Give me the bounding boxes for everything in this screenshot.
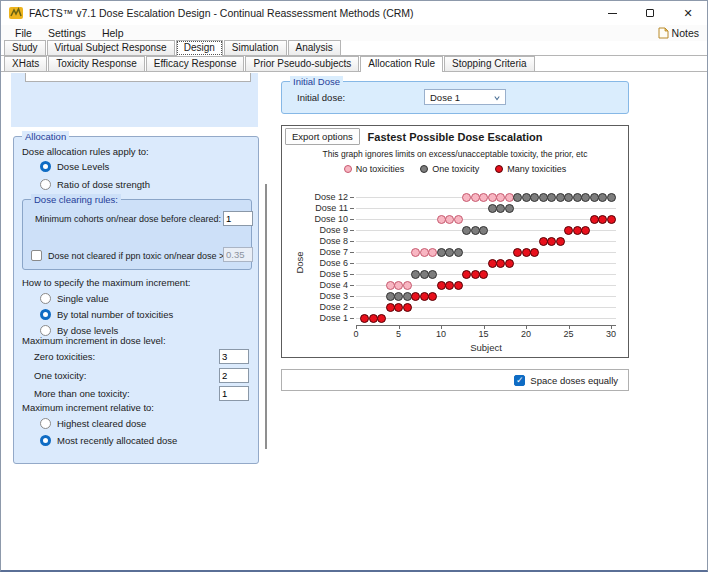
data-point-many-toxicities <box>607 215 616 224</box>
y-tick-label-dose-12: Dose 12 <box>292 192 348 203</box>
chevron-down-icon <box>494 95 500 101</box>
tab-stopping-criteria[interactable]: Stopping Criteria <box>444 56 534 71</box>
x-axis-line <box>356 325 616 326</box>
close-icon: ✕ <box>683 8 692 19</box>
increment-spec-row: By total number of toxicities <box>40 308 173 321</box>
data-point-one-toxicity <box>411 270 420 279</box>
gridline-dose-6 <box>356 263 616 264</box>
data-point-many-toxicities <box>428 292 437 301</box>
data-point-many-toxicities <box>454 281 463 290</box>
notes-button[interactable]: Notes <box>658 25 699 41</box>
data-point-one-toxicity <box>513 193 522 202</box>
gridline-dose-10 <box>356 219 616 220</box>
space-doses-checkbox[interactable]: ✓ <box>514 375 525 386</box>
notes-label: Notes <box>672 27 699 39</box>
y-tick-label-dose-10: Dose 10 <box>292 214 348 225</box>
data-point-one-toxicity <box>598 193 607 202</box>
data-point-many-toxicities <box>581 226 590 235</box>
app-window: FACTS™ v7.1 Dose Escalation Design - Con… <box>0 0 708 572</box>
tab-toxicity-response[interactable]: Toxicity Response <box>48 56 145 71</box>
tab-simulation[interactable]: Simulation <box>224 40 287 55</box>
data-point-many-toxicities <box>445 281 454 290</box>
apply-to-label: Dose allocation rules apply to: <box>22 145 149 158</box>
scrolled-group-remnant <box>11 73 258 127</box>
tab-allocation-rule[interactable]: Allocation Rule <box>360 56 443 72</box>
apply-to-radio-dose-levels[interactable] <box>40 161 51 172</box>
dose-escalation-chart-panel: Export options Fastest Possible Dose Esc… <box>281 125 629 358</box>
field-input-more-than-one-toxicity[interactable] <box>219 386 249 401</box>
data-point-one-toxicity <box>581 193 590 202</box>
min-cohorts-input[interactable] <box>223 211 253 226</box>
field-input-one-toxicity[interactable] <box>219 368 249 383</box>
data-point-one-toxicity <box>564 193 573 202</box>
data-point-no-toxicities <box>403 281 412 290</box>
x-tick-label-5: 5 <box>390 329 408 339</box>
data-point-no-toxicities <box>454 215 463 224</box>
data-point-many-toxicities <box>479 270 488 279</box>
x-tick-label-20: 20 <box>517 329 535 339</box>
maximize-button[interactable] <box>631 1 669 25</box>
data-point-no-toxicities <box>479 193 488 202</box>
y-tick-dose-5 <box>350 274 354 275</box>
increment-relative-row: Highest cleared dose <box>40 417 146 430</box>
title-bar: FACTS™ v7.1 Dose Escalation Design - Con… <box>1 1 707 25</box>
y-tick-dose-8 <box>350 241 354 242</box>
gridline-dose-7 <box>356 252 616 253</box>
field-label-one-toxicity: One toxicity: <box>34 369 86 382</box>
initial-dose-combobox[interactable]: Dose 1 <box>424 89 506 105</box>
tab-virtual-subject-response[interactable]: Virtual Subject Response <box>47 40 175 55</box>
increment-relative-label-most-recently-allocated-dose: Most recently allocated dose <box>57 435 177 446</box>
data-point-many-toxicities <box>547 237 556 246</box>
vertical-scrollbar[interactable] <box>265 184 267 449</box>
data-point-no-toxicities <box>445 215 454 224</box>
data-point-no-toxicities <box>462 193 471 202</box>
data-point-one-toxicity <box>462 226 471 235</box>
increment-spec-radio-single-value[interactable] <box>40 293 51 304</box>
ppn-toxic-input[interactable] <box>223 247 253 262</box>
y-tick-dose-9 <box>350 230 354 231</box>
y-tick-label-dose-3: Dose 3 <box>292 291 348 302</box>
gridline-dose-8 <box>356 241 616 242</box>
data-point-many-toxicities <box>394 303 403 312</box>
minimize-button[interactable] <box>593 1 631 25</box>
tab-xhats[interactable]: XHats <box>4 56 47 71</box>
notes-icon <box>658 27 669 39</box>
data-point-many-toxicities <box>556 237 565 246</box>
ppn-toxic-checkbox[interactable] <box>31 250 42 261</box>
field-label-more-than-one-toxicity: More than one toxicity: <box>34 387 130 400</box>
increment-relative-radio-highest-cleared-dose[interactable] <box>40 418 51 429</box>
tab-design[interactable]: Design <box>176 40 223 56</box>
data-point-many-toxicities <box>505 259 514 268</box>
ppn-toxic-row: Dose not cleared if ppn toxic on/near do… <box>31 249 224 262</box>
x-tick-label-10: 10 <box>432 329 450 339</box>
y-tick-label-dose-1: Dose 1 <box>292 313 348 324</box>
minimize-icon <box>608 13 617 14</box>
y-tick-dose-6 <box>350 263 354 264</box>
data-point-many-toxicities <box>411 292 420 301</box>
increment-relative-radio-most-recently-allocated-dose[interactable] <box>40 435 51 446</box>
data-point-many-toxicities <box>598 215 607 224</box>
tab-prior-pseudo-subjects[interactable]: Prior Pseudo-subjects <box>245 56 359 71</box>
y-tick-dose-10 <box>350 219 354 220</box>
allocation-group-label: Allocation <box>22 131 69 142</box>
secondary-tab-strip: XHatsToxicity ResponseEfficacy ResponseP… <box>1 56 707 72</box>
menu-help[interactable]: Help <box>94 26 132 40</box>
data-point-one-toxicity <box>530 193 539 202</box>
tab-analysis[interactable]: Analysis <box>288 40 341 55</box>
close-button[interactable]: ✕ <box>669 1 707 25</box>
data-point-many-toxicities <box>462 270 471 279</box>
y-tick-label-dose-11: Dose 11 <box>292 203 348 214</box>
menu-file[interactable]: File <box>7 26 40 40</box>
y-tick-dose-4 <box>350 285 354 286</box>
gridline-dose-11 <box>356 208 616 209</box>
increment-spec-radio-by-total-number-of-toxicities[interactable] <box>40 309 51 320</box>
apply-to-radio-ratio-of-dose-strength[interactable] <box>40 179 51 190</box>
space-doses-panel: ✓ Space doses equally <box>281 369 629 391</box>
x-tick-label-30: 30 <box>602 329 620 339</box>
data-point-no-toxicities <box>496 193 505 202</box>
tab-study[interactable]: Study <box>4 40 46 55</box>
field-input-zero-toxicities[interactable] <box>219 349 249 364</box>
menu-settings[interactable]: Settings <box>40 26 94 40</box>
tab-efficacy-response[interactable]: Efficacy Response <box>146 56 245 71</box>
max-increment-spec-label: How to specify the maximum increment: <box>22 276 190 289</box>
